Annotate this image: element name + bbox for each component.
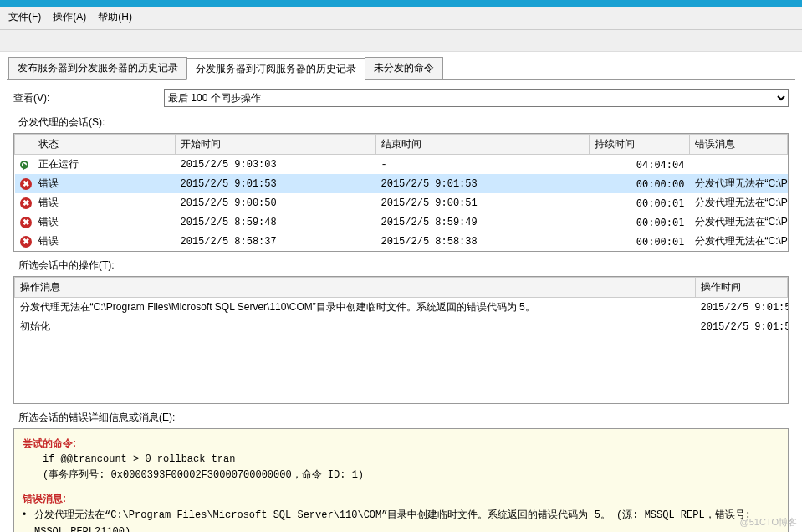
running-icon bbox=[20, 161, 28, 169]
col-status[interactable]: 状态 bbox=[33, 135, 176, 155]
col-errmsg[interactable]: 错误消息 bbox=[690, 135, 788, 155]
sessions-label: 分发代理的会话(S): bbox=[18, 115, 789, 130]
table-row[interactable]: ✖错误2015/2/5 9:00:502015/2/5 9:00:5100:00… bbox=[15, 193, 788, 212]
main-panel: 查看(V): 最后 100 个同步操作 分发代理的会话(S): 状态 开始时间 … bbox=[7, 79, 795, 532]
view-row: 查看(V): 最后 100 个同步操作 bbox=[13, 89, 789, 107]
table-row[interactable]: ✖错误2015/2/5 8:59:482015/2/5 8:59:4900:00… bbox=[15, 212, 788, 232]
col-end[interactable]: 结束时间 bbox=[376, 135, 590, 155]
table-row[interactable]: 初始化2015/2/5 9:01:5 bbox=[15, 317, 788, 336]
col-icon[interactable] bbox=[15, 135, 33, 155]
ops-header-row: 操作消息 操作时间 bbox=[15, 278, 788, 298]
tab-undistributed[interactable]: 未分发的命令 bbox=[365, 57, 443, 79]
view-label: 查看(V): bbox=[13, 91, 164, 105]
error-icon: ✖ bbox=[20, 217, 32, 228]
errmsg-header: 错误消息: bbox=[23, 491, 779, 507]
table-row[interactable]: ✖错误2015/2/5 8:58:372015/2/5 8:58:3800:00… bbox=[15, 232, 788, 251]
tab-strip: 发布服务器到分发服务器的历史记录 分发服务器到订阅服务器的历史记录 未分发的命令 bbox=[0, 52, 802, 79]
tab-dist-to-sub[interactable]: 分发服务器到订阅服务器的历史记录 bbox=[186, 58, 365, 80]
ops-grid[interactable]: 操作消息 操作时间 分发代理无法在“C:\Program Files\Micro… bbox=[13, 276, 789, 404]
toolbar-spacer bbox=[0, 30, 802, 52]
errmsg-text: 分发代理无法在“C:\Program Files\Microsoft SQL S… bbox=[34, 509, 751, 532]
tab-pub-to-dist[interactable]: 发布服务器到分发服务器的历史记录 bbox=[8, 57, 187, 79]
menu-action[interactable]: 操作(A) bbox=[53, 10, 86, 24]
cmd-header: 尝试的命令: bbox=[23, 436, 779, 452]
col-opmsg[interactable]: 操作消息 bbox=[15, 278, 696, 298]
error-icon: ✖ bbox=[20, 178, 32, 190]
error-icon: ✖ bbox=[20, 197, 32, 209]
detail-label: 所选会话的错误详细信息或消息(E): bbox=[18, 411, 789, 425]
menu-bar: 文件(F) 操作(A) 帮助(H) bbox=[0, 7, 802, 30]
ops-label: 所选会话中的操作(T): bbox=[18, 258, 789, 273]
error-icon: ✖ bbox=[20, 236, 32, 248]
title-bar bbox=[0, 0, 802, 7]
col-duration[interactable]: 持续时间 bbox=[590, 135, 690, 155]
view-select[interactable]: 最后 100 个同步操作 bbox=[164, 89, 789, 107]
col-optime[interactable]: 操作时间 bbox=[696, 278, 788, 298]
cmd-line-2: (事务序列号: 0x0000393F00002F30000700000000，命… bbox=[23, 468, 779, 483]
error-detail-box: 尝试的命令: if @@trancount > 0 rollback tran … bbox=[13, 428, 789, 532]
watermark: @51CTO博客 bbox=[740, 516, 797, 529]
sessions-header-row: 状态 开始时间 结束时间 持续时间 错误消息 bbox=[15, 135, 788, 155]
table-row[interactable]: 正在运行2015/2/5 9:03:03-04:04:04 bbox=[15, 155, 788, 175]
menu-help[interactable]: 帮助(H) bbox=[98, 10, 132, 24]
col-start[interactable]: 开始时间 bbox=[176, 135, 376, 155]
sessions-grid[interactable]: 状态 开始时间 结束时间 持续时间 错误消息 正在运行2015/2/5 9:03… bbox=[13, 133, 789, 252]
table-row[interactable]: 分发代理无法在“C:\Program Files\Microsoft SQL S… bbox=[15, 298, 788, 318]
table-row[interactable]: ✖错误2015/2/5 9:01:532015/2/5 9:01:5300:00… bbox=[15, 174, 788, 193]
menu-file[interactable]: 文件(F) bbox=[8, 10, 41, 24]
cmd-line-1: if @@trancount > 0 rollback tran bbox=[23, 452, 779, 468]
